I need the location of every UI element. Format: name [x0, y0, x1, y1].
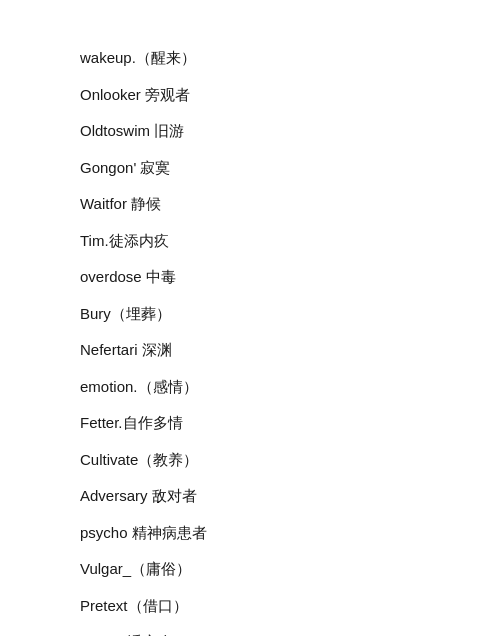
list-item: Onlooker 旁观者: [80, 77, 420, 114]
list-item: Closer(诱心人): [80, 624, 420, 636]
list-item: Oldtoswim 旧游: [80, 113, 420, 150]
list-item: Tim.徒添内疚: [80, 223, 420, 260]
list-item: Cultivate（教养）: [80, 442, 420, 479]
list-container: wakeup.（醒来）Onlooker 旁观者Oldtoswim 旧游Gongo…: [0, 0, 500, 636]
list-item: emotion.（感情）: [80, 369, 420, 406]
list-item: Vulgar_（庸俗）: [80, 551, 420, 588]
list-item: Bury（埋葬）: [80, 296, 420, 333]
list-item: Fetter.自作多情: [80, 405, 420, 442]
list-item: psycho 精神病患者: [80, 515, 420, 552]
list-item: Adversary 敌对者: [80, 478, 420, 515]
list-item: Pretext（借口）: [80, 588, 420, 625]
list-item: Nefertari 深渊: [80, 332, 420, 369]
list-item: Gongon' 寂寞: [80, 150, 420, 187]
list-item: Waitfor 静候: [80, 186, 420, 223]
list-item: wakeup.（醒来）: [80, 40, 420, 77]
list-item: overdose 中毒: [80, 259, 420, 296]
